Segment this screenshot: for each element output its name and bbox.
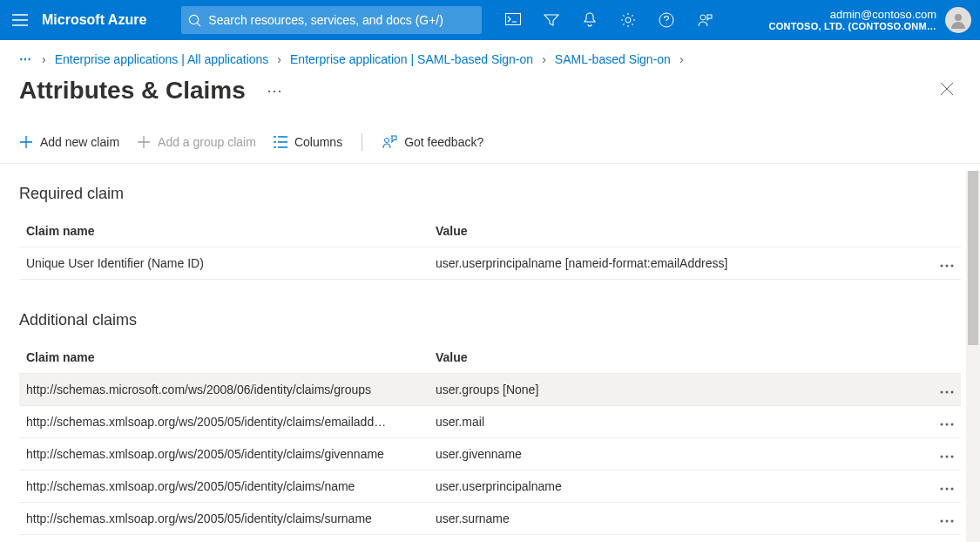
column-header-name[interactable]: Claim name [19, 215, 429, 247]
svg-point-20 [941, 488, 943, 491]
gear-icon [620, 12, 636, 28]
claim-value-cell: user.userprincipalname [nameid-format:em… [429, 247, 917, 280]
svg-point-10 [951, 265, 954, 268]
table-row[interactable]: http://schemas.xmlsoap.org/ws/2005/05/id… [19, 503, 961, 535]
scrollbar[interactable] [966, 171, 980, 542]
column-header-value[interactable]: Value [429, 215, 917, 247]
row-more-button[interactable] [940, 479, 954, 493]
plus-icon [137, 135, 151, 149]
claim-value-cell: user.mail [429, 406, 917, 438]
table-row[interactable]: http://schemas.xmlsoap.org/ws/2005/05/id… [19, 406, 961, 438]
columns-label: Columns [294, 135, 342, 149]
claim-name-cell: http://schemas.microsoft.com/ws/2008/06/… [19, 374, 429, 406]
row-actions-cell [917, 247, 961, 280]
help-button[interactable] [647, 0, 686, 40]
required-claims-table: Claim name Value Unique User Identifier … [19, 215, 961, 280]
hamburger-icon [12, 14, 28, 26]
row-more-button[interactable] [940, 383, 954, 396]
columns-button[interactable]: Columns [274, 135, 342, 149]
svg-point-18 [946, 456, 949, 458]
feedback-button[interactable]: Got feedback? [382, 134, 483, 150]
additional-claims-table: Claim name Value http://schemas.microsof… [19, 342, 961, 535]
breadcrumb-link-0[interactable]: Enterprise applications | All applicatio… [55, 52, 269, 66]
claim-name-cell: Unique User Identifier (Name ID) [19, 247, 429, 280]
account-tenant: CONTOSO, LTD. (CONTOSO.ONM… [769, 21, 936, 32]
bell-icon [583, 12, 597, 28]
claim-name-cell: http://schemas.xmlsoap.org/ws/2005/05/id… [19, 503, 429, 535]
column-header-value[interactable]: Value [429, 342, 917, 374]
add-group-claim-button[interactable]: Add a group claim [137, 135, 256, 149]
svg-point-17 [941, 456, 943, 458]
svg-point-13 [951, 391, 954, 394]
svg-point-14 [941, 423, 943, 426]
search-icon [188, 14, 201, 27]
account-block[interactable]: admin@contoso.com CONTOSO, LTD. (CONTOSO… [769, 0, 980, 40]
claim-value-cell: user.surname [429, 503, 917, 535]
row-more-button[interactable] [940, 512, 954, 525]
azure-header: Microsoft Azure Search resources, servic… [0, 0, 980, 40]
feedback-header-button[interactable] [686, 0, 724, 40]
row-actions-cell [917, 374, 961, 406]
claim-name-cell: http://schemas.xmlsoap.org/ws/2005/05/id… [19, 438, 429, 471]
close-button[interactable] [933, 75, 961, 105]
table-row[interactable]: http://schemas.xmlsoap.org/ws/2005/05/id… [19, 471, 961, 503]
claim-value-cell: user.groups [None] [429, 374, 917, 406]
help-icon [659, 12, 674, 28]
table-row[interactable]: http://schemas.xmlsoap.org/ws/2005/05/id… [19, 438, 961, 471]
chevron-right-icon: › [277, 52, 281, 66]
more-icon [940, 423, 954, 426]
close-icon [940, 82, 954, 96]
svg-point-12 [946, 391, 949, 394]
cloud-shell-button[interactable] [494, 0, 532, 40]
add-new-claim-button[interactable]: Add new claim [19, 135, 119, 149]
chevron-right-icon: › [679, 52, 684, 66]
svg-point-6 [955, 14, 962, 21]
breadcrumb-more[interactable]: ⋯ [19, 52, 33, 66]
svg-rect-2 [506, 14, 521, 25]
breadcrumb-link-1[interactable]: Enterprise application | SAML-based Sign… [290, 52, 533, 66]
header-icon-group [494, 0, 724, 40]
svg-point-15 [946, 423, 949, 426]
notifications-button[interactable] [571, 0, 609, 40]
hamburger-menu-button[interactable] [0, 0, 40, 40]
claim-name-cell: http://schemas.xmlsoap.org/ws/2005/05/id… [19, 406, 429, 438]
page-title: Attributes & Claims [19, 77, 246, 105]
column-header-name[interactable]: Claim name [19, 342, 429, 374]
svg-point-8 [941, 265, 943, 268]
toolbar: Add new claim Add a group claim Columns … [0, 114, 980, 164]
title-row: Attributes & Claims ⋯ [0, 71, 980, 114]
row-actions-cell [917, 438, 961, 471]
toolbar-separator [362, 133, 362, 151]
table-row[interactable]: http://schemas.microsoft.com/ws/2008/06/… [19, 374, 961, 406]
required-claim-heading: Required claim [19, 185, 961, 203]
svg-point-7 [385, 139, 389, 143]
row-more-button[interactable] [940, 415, 954, 429]
filter-icon [544, 13, 559, 27]
add-group-claim-label: Add a group claim [158, 135, 256, 149]
row-actions-cell [917, 406, 961, 438]
table-row[interactable]: Unique User Identifier (Name ID)user.use… [19, 247, 961, 280]
table-header-row: Claim name Value [19, 342, 961, 374]
svg-point-23 [941, 520, 943, 523]
search-container: Search resources, services, and docs (G+… [181, 6, 482, 34]
row-actions-cell [917, 503, 961, 535]
title-more-button[interactable]: ⋯ [267, 81, 284, 100]
more-icon [940, 487, 954, 491]
claim-value-cell: user.userprincipalname [429, 471, 917, 503]
directories-button[interactable] [532, 0, 571, 40]
row-actions-cell [917, 471, 961, 503]
search-input[interactable]: Search resources, services, and docs (G+… [181, 6, 482, 34]
breadcrumb-link-2[interactable]: SAML-based Sign-on [555, 52, 671, 66]
more-icon [940, 519, 954, 523]
more-icon [940, 264, 954, 268]
settings-button[interactable] [609, 0, 647, 40]
row-more-button[interactable] [940, 447, 954, 461]
account-text: admin@contoso.com CONTOSO, LTD. (CONTOSO… [769, 8, 936, 33]
cloud-shell-icon [505, 13, 521, 27]
svg-point-11 [941, 391, 943, 394]
avatar-icon [950, 11, 967, 29]
row-more-button[interactable] [940, 256, 954, 270]
svg-point-5 [700, 15, 706, 20]
columns-icon [274, 136, 287, 148]
brand-label: Microsoft Azure [40, 12, 162, 28]
